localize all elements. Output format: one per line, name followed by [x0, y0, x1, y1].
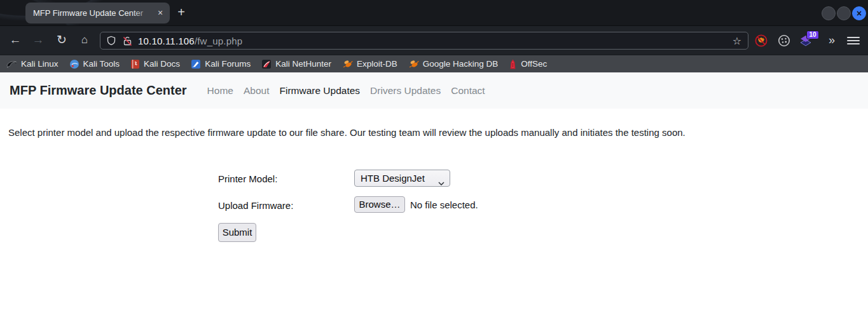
kali-tools-icon [69, 59, 79, 69]
bookmark-label: Kali Tools [83, 59, 120, 69]
shield-icon[interactable] [106, 36, 116, 46]
back-icon[interactable]: ← [6, 33, 25, 48]
bookmark-label: Exploit-DB [357, 59, 397, 69]
bug-icon [408, 59, 419, 69]
nav-link-drivers-updates[interactable]: Drivers Updates [365, 85, 446, 97]
site-brand[interactable]: MFP Firmware Update Center [10, 83, 187, 98]
intro-text: Select printer model and upload the resp… [8, 127, 685, 138]
cookie-icon[interactable] [777, 34, 791, 48]
url-bar[interactable]: 10.10.11.106/fw_up.php ☆ [100, 32, 748, 50]
bookmark-kali-docs[interactable]: Kali Docs [130, 59, 180, 69]
submit-button[interactable]: Submit [218, 223, 256, 242]
url-path: /fw_up.php [195, 36, 242, 46]
browser-window: MFP Firmware Update Center × + × ← → ↻ ⌂… [0, 0, 868, 336]
foxyproxy-disabled-icon[interactable] [754, 34, 768, 48]
bug-icon [342, 59, 353, 69]
chevron-down-icon [438, 177, 444, 187]
bookmark-kali-nethunter[interactable]: Kali NetHunter [261, 59, 331, 69]
hamburger-menu-icon[interactable] [847, 37, 860, 44]
window-minimize-button[interactable] [822, 6, 836, 20]
forward-icon[interactable]: → [29, 33, 48, 48]
browse-button[interactable]: Browse… [354, 196, 405, 213]
bookmarks-toolbar: Kali Linux Kali Tools Kali Docs Kali For… [0, 55, 868, 72]
kali-nethunter-icon [261, 59, 272, 69]
nav-link-contact[interactable]: Contact [446, 85, 490, 97]
window-close-button[interactable]: × [852, 6, 866, 20]
reload-icon[interactable]: ↻ [52, 33, 71, 48]
bookmark-kali-tools[interactable]: Kali Tools [69, 59, 120, 69]
bookmark-label: OffSec [521, 59, 547, 69]
overflow-chevrons-icon[interactable]: » [824, 33, 839, 47]
browser-tab[interactable]: MFP Firmware Update Center × [25, 3, 170, 24]
bookmark-label: Kali Forums [205, 59, 251, 69]
home-icon[interactable]: ⌂ [75, 33, 94, 48]
web-page: MFP Firmware Update Center Home About Fi… [0, 72, 868, 336]
kali-dragon-icon [6, 59, 17, 69]
nav-link-home[interactable]: Home [202, 85, 238, 97]
bookmark-label: Kali Linux [21, 59, 59, 69]
site-nav: Home About Firmware Updates Drivers Upda… [202, 85, 490, 97]
new-tab-button[interactable]: + [173, 4, 189, 21]
tab-close-icon[interactable]: × [155, 8, 166, 19]
window-maximize-button[interactable] [837, 6, 851, 20]
url-host: 10.10.11.106 [138, 36, 195, 46]
insecure-lock-icon[interactable] [122, 36, 133, 46]
printer-model-value: HTB DesignJet [361, 173, 425, 184]
bookmark-kali-linux[interactable]: Kali Linux [6, 59, 59, 69]
bookmark-star-icon[interactable]: ☆ [733, 34, 741, 48]
bookmark-offsec[interactable]: OffSec [509, 59, 547, 69]
url-text[interactable]: 10.10.11.106/fw_up.php [138, 36, 242, 46]
bookmark-label: Kali NetHunter [275, 59, 331, 69]
bookmark-label: Google Hacking DB [423, 59, 499, 69]
nav-link-about[interactable]: About [238, 85, 275, 97]
offsec-icon [509, 59, 517, 69]
titlebar: MFP Firmware Update Center × + × [0, 0, 868, 25]
nav-link-firmware-updates[interactable]: Firmware Updates [274, 85, 365, 97]
kali-forums-icon [191, 59, 201, 69]
upload-firmware-label: Upload Firmware: [218, 200, 293, 211]
bookmark-google-hacking-db[interactable]: Google Hacking DB [408, 59, 499, 69]
printer-model-select[interactable]: HTB DesignJet [354, 170, 450, 187]
site-header: MFP Firmware Update Center Home About Fi… [0, 72, 868, 109]
bookmark-label: Kali Docs [144, 59, 180, 69]
file-status-text: No file selected. [410, 199, 478, 210]
kali-docs-icon [130, 59, 140, 69]
bookmark-kali-forums[interactable]: Kali Forums [191, 59, 251, 69]
bookmark-exploit-db[interactable]: Exploit-DB [342, 59, 397, 69]
printer-model-label: Printer Model: [218, 173, 277, 184]
extension-badge: 10 [806, 30, 819, 39]
